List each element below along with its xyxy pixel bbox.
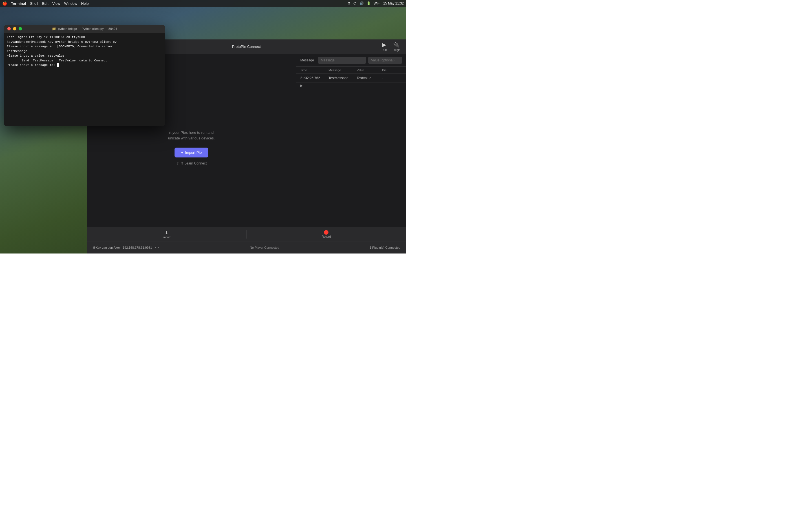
import-icon: ⬇ [165, 230, 168, 235]
import-pie-button[interactable]: + Import Pie [174, 148, 209, 158]
menubar-item-window[interactable]: Window [64, 1, 77, 6]
player-status: No Player Connected [160, 246, 370, 249]
plugin-icon: 🔌 [393, 42, 400, 48]
menubar-battery-icon: 🔋 [366, 1, 371, 5]
row-value: TestValue [357, 76, 382, 80]
col-time: Time [300, 68, 328, 72]
terminal-line-7: Please input a message id: [7, 63, 162, 68]
row-pie: - [382, 76, 399, 80]
message-panel: Message Time Message Value Pie 21:32:26:… [296, 54, 406, 241]
terminal-line-4: TestMessage [7, 49, 162, 54]
pie-panel-description: rt your Pies here to run and unicate wit… [168, 130, 214, 141]
apple-menu-icon[interactable]: 🍎 [2, 1, 7, 6]
terminal-line-6: Send TestMessage : TestValue data to Con… [7, 58, 162, 63]
value-input-field[interactable] [368, 57, 402, 64]
terminal-window: 📁 python-bridge — Python client.py — 80×… [4, 25, 165, 126]
run-icon: ▶ [382, 42, 386, 48]
record-label: Record [322, 235, 331, 238]
message-table-header: Time Message Value Pie [296, 67, 406, 74]
traffic-maximize-button[interactable] [18, 27, 22, 31]
learn-connect-icon: ⇧ [176, 161, 179, 165]
terminal-title: 📁 python-bridge — Python client.py — 80×… [52, 27, 117, 31]
plugin-label: Plugin [393, 48, 400, 52]
run-button[interactable]: ▶ Run [382, 42, 387, 52]
import-label: Import [163, 236, 170, 239]
status-bar: @Kay van den Aker - 192.168.178.31:9981 … [87, 241, 406, 253]
expand-row-button[interactable]: ▶ [296, 82, 406, 89]
plugin-status: 1 Plugin(s) Connected [370, 246, 400, 249]
col-value: Value [357, 68, 382, 72]
menubar-app-name[interactable]: Terminal [11, 1, 26, 6]
menubar-item-shell[interactable]: Shell [30, 1, 38, 6]
terminal-line-5: Please input a value: TestValue [7, 54, 162, 58]
terminal-titlebar: 📁 python-bridge — Python client.py — 80×… [4, 25, 165, 33]
menubar-datetime: 15 May 21:32 [383, 1, 404, 5]
col-message: Message [328, 68, 357, 72]
terminal-line-1: Last login: Fri May 12 11:00:54 on ttys0… [7, 35, 162, 40]
protopie-title: ProtoPie Connect [232, 45, 261, 49]
learn-connect-label: ⇧ Learn Connect [181, 161, 207, 165]
menubar-time-icon: ⏱ [353, 1, 357, 5]
menubar-item-edit[interactable]: Edit [42, 1, 48, 6]
protopie-toolbar: ▶ Run 🔌 Plugin [382, 42, 400, 52]
message-input-field[interactable] [318, 57, 366, 64]
record-button[interactable]: Record [247, 227, 406, 241]
import-pie-plus-icon: + [181, 151, 184, 155]
traffic-close-button[interactable] [7, 27, 11, 31]
menubar-volume-icon: 🔊 [359, 1, 364, 5]
status-dots[interactable]: ··· [155, 245, 159, 250]
message-input-row: Message [296, 54, 406, 67]
terminal-folder-icon: 📁 [52, 27, 56, 31]
run-label: Run [382, 48, 387, 52]
terminal-cursor [57, 63, 59, 67]
row-time: 21:32:26:762 [300, 76, 328, 80]
bottom-action-bar: ⬇ Import Record [87, 227, 406, 241]
user-info: @Kay van den Aker - 192.168.178.31:9981 [93, 246, 152, 249]
pie-panel-line2: unicate with various devices. [168, 136, 214, 140]
import-button[interactable]: ⬇ Import [87, 227, 246, 241]
pie-panel-line1: rt your Pies here to run and [169, 130, 214, 135]
menubar-wifi-icon: WiFi [373, 1, 380, 5]
import-pie-label: Import Pie [185, 151, 202, 155]
menubar-item-help[interactable]: Help [81, 1, 89, 6]
terminal-line-2: kayvandenaker@MacBook-Kay python-bridge … [7, 40, 162, 45]
table-row: 21:32:26:762 TestMessage TestValue - [296, 74, 406, 82]
row-message: TestMessage [328, 76, 357, 80]
plugin-button[interactable]: 🔌 Plugin [393, 42, 400, 52]
col-pie: Pie [382, 68, 399, 72]
terminal-title-text: python-bridge — Python client.py — 80×24 [58, 27, 117, 31]
menubar: 🍎 Terminal Shell Edit View Window Help ⚙… [0, 0, 406, 7]
record-icon [324, 230, 328, 235]
menubar-controls-icon: ⚙ [347, 1, 350, 5]
terminal-line-3: Please input a message id: [SOCKERIO] Co… [7, 44, 162, 49]
traffic-minimize-button[interactable] [13, 27, 16, 31]
menubar-item-view[interactable]: View [52, 1, 60, 6]
message-field-label: Message [300, 58, 316, 62]
learn-connect-link[interactable]: ⇧ ⇧ Learn Connect [176, 161, 207, 165]
status-bar-left: @Kay van den Aker - 192.168.178.31:9981 … [93, 245, 160, 250]
terminal-body[interactable]: Last login: Fri May 12 11:00:54 on ttys0… [4, 33, 165, 126]
